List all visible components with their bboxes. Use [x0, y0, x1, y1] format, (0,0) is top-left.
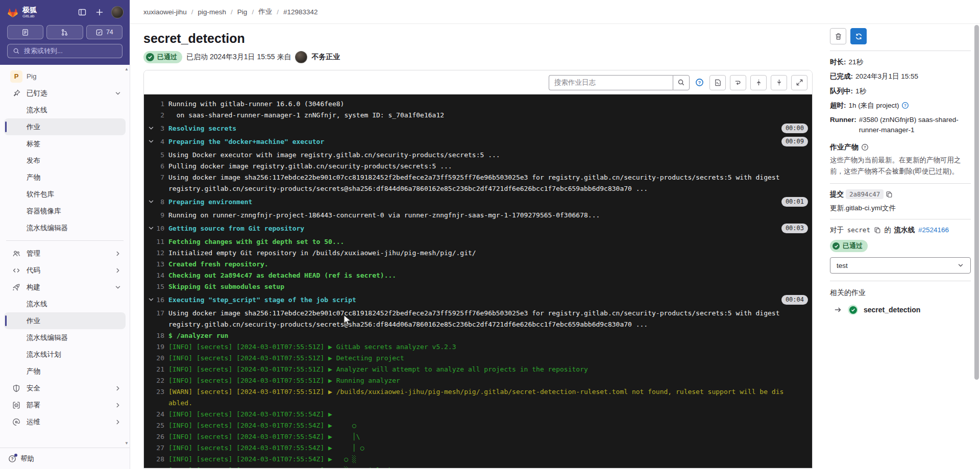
panel-toggle-icon[interactable]	[76, 6, 89, 19]
scrollbar-thumb[interactable]	[974, 25, 979, 380]
breadcrumb-item-5[interactable]: #12983342	[283, 8, 318, 16]
chevron-right-icon	[114, 250, 121, 257]
log-line-number[interactable]: 22	[144, 375, 164, 386]
sidebar-section-部署[interactable]: 部署	[4, 397, 126, 413]
pipeline-id-link[interactable]: #2524166	[918, 226, 949, 234]
skip-to-failure-button[interactable]	[730, 75, 746, 90]
log-line-number[interactable]: 17	[144, 308, 164, 319]
author-name[interactable]: 不务正业	[311, 53, 340, 62]
global-search[interactable]: 搜索或转到...	[7, 44, 122, 58]
log-line-number[interactable]: 19	[144, 341, 164, 353]
log-line-number[interactable]: 4	[144, 136, 164, 147]
sidebar-item-发布[interactable]: 发布	[4, 152, 126, 169]
commit-sha[interactable]: 2a894c47	[846, 189, 884, 199]
scroll-to-bottom-button[interactable]	[771, 75, 787, 90]
log-line-number[interactable]: 28	[144, 454, 164, 465]
log-line-number[interactable]: 13	[144, 259, 164, 270]
log-line-number[interactable]: 7	[144, 172, 164, 183]
fullscreen-button[interactable]	[791, 75, 807, 90]
log-line-3[interactable]: 3Resolving secrets00:00	[144, 123, 812, 134]
sidebar-project[interactable]: P Pig	[4, 68, 126, 85]
stage-dropdown[interactable]: test	[830, 257, 971, 274]
related-job-item[interactable]: secret_detection	[830, 305, 971, 315]
log-line-number[interactable]: 9	[144, 210, 164, 221]
log-search-input[interactable]	[549, 75, 673, 90]
log-line-number[interactable]: 3	[144, 123, 164, 134]
sidebar-section-安全[interactable]: 安全	[4, 380, 126, 397]
sidebar-item-作业[interactable]: 作业	[4, 118, 126, 135]
artifacts-help-icon[interactable]: ?	[861, 143, 869, 151]
pipeline-status-badge[interactable]: 已通过	[830, 240, 868, 252]
log-line-8[interactable]: 8Preparing environment00:01	[144, 196, 812, 208]
log-line-number[interactable]: 6	[144, 161, 164, 172]
user-avatar[interactable]	[111, 6, 124, 18]
log-line-number[interactable]: 8	[144, 196, 164, 208]
sidebar-scroll-down-icon[interactable]: ▼	[125, 441, 129, 446]
log-line-10[interactable]: 10Getting source from Git repository00:0…	[144, 223, 812, 234]
merge-requests-button[interactable]	[46, 25, 83, 39]
log-line-number[interactable]: 10	[144, 223, 164, 234]
sidebar-section-代码[interactable]: 代码	[4, 262, 126, 279]
log-line-16[interactable]: 16Executing "step_script" stage of the j…	[144, 294, 812, 306]
log-line-number[interactable]: 1	[144, 98, 164, 110]
log-line-number[interactable]: 23	[144, 386, 164, 398]
sidebar-help[interactable]: ? 帮助	[0, 448, 130, 469]
sidebar-item-软件包库[interactable]: 软件包库	[4, 186, 126, 203]
log-line-number[interactable]: 5	[144, 150, 164, 161]
log-line-number[interactable]: 27	[144, 442, 164, 454]
sidebar-item-产物[interactable]: 产物	[4, 363, 126, 380]
sidebar-pinned-header[interactable]: 已钉选	[4, 85, 126, 102]
sidebar-section-运维[interactable]: 运维	[4, 413, 126, 430]
status-badge[interactable]: 已通过	[143, 51, 182, 63]
sidebar-item-流水线[interactable]: 流水线	[4, 295, 126, 312]
sidebar-item-流水线编辑器[interactable]: 流水线编辑器	[4, 329, 126, 346]
log-line-number[interactable]: 15	[144, 281, 164, 292]
breadcrumb-item-2[interactable]: pig-mesh	[198, 8, 227, 16]
log-line-4[interactable]: 4Preparing the "docker+machine" executor…	[144, 136, 812, 147]
retry-job-button[interactable]	[850, 28, 867, 44]
show-raw-log-button[interactable]	[709, 75, 726, 90]
timeout-help-icon[interactable]: ?	[901, 102, 909, 109]
sidebar-item-流水线计划[interactable]: 流水线计划	[4, 346, 126, 363]
job-detail-row: 超时:1h (来自 project)?	[830, 101, 971, 111]
pipeline-ref[interactable]: secret	[847, 226, 870, 234]
sidebar-item-标签[interactable]: 标签	[4, 135, 126, 152]
log-line-number[interactable]: 26	[144, 431, 164, 442]
breadcrumb-item-3[interactable]: Pig	[237, 8, 248, 16]
log-line-number[interactable]: 12	[144, 248, 164, 259]
sidebar-section-管理[interactable]: 管理	[4, 245, 126, 262]
breadcrumb-item-1[interactable]: xuxiaowei-jihu	[143, 8, 187, 16]
log-line-number[interactable]: 2	[144, 110, 164, 121]
copy-ref-icon[interactable]	[874, 227, 881, 234]
commit-message[interactable]: 更新.gitlab-ci.yml文件	[830, 204, 971, 213]
sidebar-item-流水线编辑器[interactable]: 流水线编辑器	[4, 219, 126, 236]
gitlab-logo[interactable]: 极狐 GitLab	[6, 6, 37, 19]
issues-button[interactable]	[7, 25, 43, 39]
job-log[interactable]: 1Running with gitlab-runner 16.6.0 (3046…	[144, 94, 812, 468]
log-line-number[interactable]: 25	[144, 420, 164, 431]
log-line-number[interactable]: 29	[144, 465, 164, 468]
log-line-number[interactable]: 20	[144, 353, 164, 364]
scroll-to-top-button[interactable]	[750, 75, 767, 90]
sidebar-item-作业[interactable]: 作业	[4, 312, 126, 329]
log-search-button[interactable]	[673, 75, 690, 90]
breadcrumb-item-4[interactable]: 作业	[258, 7, 272, 16]
copy-commit-icon[interactable]	[886, 191, 893, 198]
log-line-number[interactable]: 24	[144, 409, 164, 420]
plus-icon[interactable]	[93, 6, 106, 19]
log-line-number[interactable]: 11	[144, 236, 164, 248]
sidebar-section-构建[interactable]: 构建	[4, 279, 126, 295]
related-job-name[interactable]: secret_detection	[864, 306, 920, 314]
log-line-number[interactable]: 14	[144, 270, 164, 281]
log-help-icon[interactable]: ?	[695, 78, 704, 87]
log-line-number[interactable]: 21	[144, 364, 164, 375]
log-line-number[interactable]: 18	[144, 330, 164, 341]
page-scrollbar[interactable]	[973, 24, 980, 469]
todos-button[interactable]: 74	[86, 25, 122, 39]
sidebar-item-产物[interactable]: 产物	[4, 169, 126, 186]
erase-log-button[interactable]	[830, 28, 846, 44]
log-line-number[interactable]: 16	[144, 294, 164, 306]
sidebar-item-容器镜像库[interactable]: 容器镜像库	[4, 203, 126, 219]
sidebar-item-流水线[interactable]: 流水线	[4, 102, 126, 118]
author-avatar[interactable]	[295, 51, 307, 63]
